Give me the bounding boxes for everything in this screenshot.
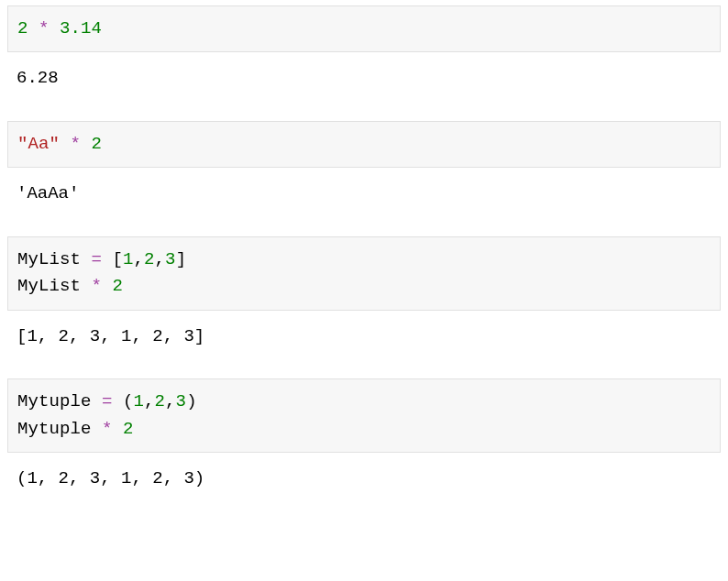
code-token: ] [176,249,187,269]
code-token: "Aa" [17,134,60,154]
code-token: * [92,276,103,296]
code-token: = [92,249,103,269]
code-token: , [165,391,176,411]
code-token: 2 [92,134,103,154]
code-token: 2 [123,419,134,439]
code-token: MyList [17,249,92,269]
code-line: Mytuple * 2 [17,416,711,443]
code-line: MyList * 2 [17,273,711,300]
output-cell: 'AaAa' [7,168,721,220]
output-cell: 6.28 [7,52,721,104]
code-line: MyList = [1,2,3] [17,247,711,273]
code-line: "Aa" * 2 [17,131,711,158]
code-token: 3 [176,391,187,411]
code-token: ( [113,391,134,411]
code-token: 3 [165,249,176,269]
code-line: Mytuple = (1,2,3) [17,389,711,415]
code-token: [ [102,249,123,269]
code-token: 2 [155,391,166,411]
code-token [28,18,39,38]
code-token: , [155,249,166,269]
code-token [81,134,92,154]
output-cell: (1, 2, 3, 1, 2, 3) [7,453,721,505]
code-token: Mytuple [17,419,102,439]
code-token: 2 [144,249,155,269]
code-token [60,134,71,154]
code-token: 2 [17,18,28,38]
code-token: , [134,249,145,269]
code-token: 1 [123,249,134,269]
code-cell[interactable]: "Aa" * 2 [7,121,721,168]
code-line: 2 * 3.14 [17,16,711,42]
code-token: * [71,134,82,154]
code-token: 3.14 [60,18,102,38]
notebook-content: 2 * 3.14 6.28 "Aa" * 2 'AaAa' MyList = [… [0,0,728,514]
code-token: * [102,419,113,439]
code-cell[interactable]: 2 * 3.14 [7,5,721,52]
code-token: , [144,391,155,411]
code-token: 2 [113,276,124,296]
code-token: * [39,18,50,38]
output-cell: [1, 2, 3, 1, 2, 3] [7,311,721,363]
code-token: ) [186,391,197,411]
code-token [113,419,124,439]
code-cell[interactable]: Mytuple = (1,2,3)Mytuple * 2 [7,378,721,453]
code-cell[interactable]: MyList = [1,2,3]MyList * 2 [7,236,721,311]
code-token: 1 [134,391,145,411]
code-token [50,18,61,38]
code-token: MyList [17,276,92,296]
code-token: Mytuple [17,391,102,411]
code-token [102,276,113,296]
code-token: = [102,391,113,411]
